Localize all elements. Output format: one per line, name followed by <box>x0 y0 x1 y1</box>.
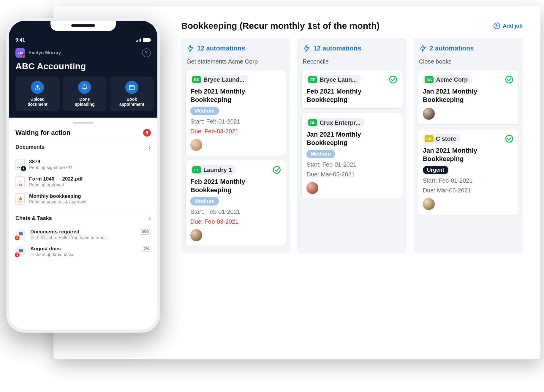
plus-circle-icon <box>493 22 500 29</box>
action-tiles: UploaddocumentDoneuploadingBookappointme… <box>15 77 151 111</box>
check-circle-icon <box>273 166 281 174</box>
job-card[interactable]: L1 Laundry 1 Feb 2021 Monthly Bookkeepin… <box>185 160 286 246</box>
svg-rect-11 <box>124 27 125 29</box>
doc-title: 8879 <box>29 159 151 165</box>
client-abbr: EF <box>308 76 317 83</box>
priority-badge: Medium <box>190 197 219 206</box>
board-column: 12 automations Get statements Acme Corp … <box>181 38 290 253</box>
svg-marker-5 <box>304 45 309 52</box>
svg-rect-17 <box>136 41 137 42</box>
assignee-avatar[interactable] <box>306 182 318 194</box>
column-automations[interactable]: 12 automations <box>185 43 286 53</box>
sheet-grabber[interactable] <box>73 122 94 124</box>
user-avatar[interactable]: EM <box>15 48 25 58</box>
client-chip[interactable]: CS C store <box>423 134 461 143</box>
signal-icon <box>136 38 141 42</box>
due-date: Due: Feb-03-2021 <box>190 218 281 225</box>
action-tile[interactable]: Doneuploading <box>63 77 107 111</box>
action-tile[interactable]: Uploaddocument <box>15 77 60 111</box>
svg-point-4 <box>273 166 280 173</box>
svg-rect-10 <box>122 28 123 29</box>
job-card[interactable]: AC Acme Corp Jan 2021 Monthly Bookkeepin… <box>418 70 518 125</box>
bolt-icon <box>186 45 194 52</box>
document-item[interactable]: ≡PDFForm 1040 — 2022.pdfPending approval <box>15 173 151 190</box>
check-circle-icon <box>505 75 513 84</box>
card-title: Feb 2021 Monthly Bookkeeping <box>190 87 281 104</box>
add-job-button[interactable]: Add job <box>493 22 523 29</box>
svg-marker-7 <box>420 45 425 52</box>
help-icon[interactable]: ? <box>142 48 151 57</box>
tile-label: Bookappointment <box>111 97 152 107</box>
lock-icon <box>21 166 26 171</box>
client-chip[interactable]: AC Acme Corp <box>423 75 472 84</box>
user-row: EM Evelyn Murray ? <box>15 48 151 58</box>
job-card[interactable]: CS C store Jan 2021 Monthly BookkeepingU… <box>418 129 518 215</box>
svg-rect-20 <box>140 39 141 42</box>
svg-rect-12 <box>125 26 126 29</box>
doc-title: Form 1040 — 2022.pdf <box>29 176 151 182</box>
job-card[interactable]: BL Crux Enterpr... Jan 2021 Monthly Book… <box>301 113 402 199</box>
app-status-bar: 9:41 <box>15 37 151 43</box>
due-date: Due: Feb-03-2021 <box>190 128 281 135</box>
user-name: Evelyn Murray <box>29 50 61 56</box>
client-abbr: BL <box>308 119 317 126</box>
svg-point-9 <box>506 135 513 142</box>
client-chip[interactable]: BS Bryce Laund... <box>190 75 249 84</box>
client-chip[interactable]: L1 Laundry 1 <box>190 165 236 175</box>
svg-point-38 <box>31 255 31 255</box>
client-chip[interactable]: EF Bryce Laun... <box>306 75 361 84</box>
board-columns: 12 automations Get statements Acme Corp … <box>181 38 523 253</box>
chat-pre
view: John updated tasks <box>30 252 151 257</box>
client-chip[interactable]: BL Crux Enterpr... <box>306 118 365 127</box>
assignee-avatar[interactable] <box>190 229 202 241</box>
start-date: Start: Feb-01-2021 <box>190 208 281 215</box>
waiting-count-badge: 9 <box>143 129 151 137</box>
doc-subtitle: Pending signature 0/2 <box>29 165 151 170</box>
chats-title: Chats & Tasks <box>15 215 52 222</box>
phone-notch <box>50 20 116 31</box>
priority-badge: Medium <box>190 107 219 115</box>
doc-subtitle: Pending approval <box>29 182 151 187</box>
job-card[interactable]: BS Bryce Laund... Feb 2021 Monthly Bookk… <box>185 70 286 156</box>
document-item[interactable]: PPTMonthly bookkeepingPending payment & … <box>15 190 151 208</box>
svg-point-36 <box>31 253 31 253</box>
task-count: 0/20 <box>140 229 151 235</box>
assignee-avatar[interactable] <box>423 108 435 120</box>
client-name: Laundry 1 <box>203 167 232 173</box>
card-title: Jan 2021 Monthly Bookkeeping <box>423 146 513 163</box>
client-name: Acme Corp <box>436 76 468 83</box>
chat-item[interactable]: 1 August docs2/4 John updated tasks <box>9 243 157 260</box>
client-abbr: CS <box>425 135 434 142</box>
chats-section-row[interactable]: Chats & Tasks › <box>9 211 157 226</box>
bolt-icon <box>419 45 427 52</box>
svg-rect-24 <box>129 86 134 90</box>
tile-icon <box>31 81 44 94</box>
status-right-icons <box>122 24 146 31</box>
svg-point-6 <box>390 76 396 83</box>
svg-rect-30 <box>42 236 45 239</box>
chevron-right-icon: › <box>149 215 151 222</box>
column-automations[interactable]: 12 automations <box>301 43 402 53</box>
svg-rect-22 <box>144 39 149 41</box>
card-title: Jan 2021 Monthly Bookkeeping <box>306 130 397 147</box>
client-abbr: L1 <box>192 166 201 173</box>
action-tile[interactable]: Bookappointment <box>110 77 154 111</box>
chat-bubble-icon: 2 <box>15 229 26 240</box>
client-name: C store <box>436 135 456 142</box>
priority-badge: Urgent <box>423 166 448 174</box>
tile-label: Uploaddocument <box>17 97 58 107</box>
chat-item[interactable]: 2 Documents required0/20 John: Hello! Yo… <box>9 226 157 243</box>
documents-section-row[interactable]: Documents › <box>9 140 157 155</box>
column-automations[interactable]: 2 automations <box>418 43 518 53</box>
assignee-avatar[interactable] <box>423 198 435 210</box>
board-title: Bookkeeping (Recur monthly 1st of the mo… <box>181 21 379 31</box>
tile-label: Doneuploading <box>64 97 105 107</box>
assignee-avatar[interactable] <box>190 139 202 151</box>
job-card[interactable]: EF Bryce Laun... Feb 2021 Monthly Bookke… <box>301 70 402 109</box>
wifi-icon <box>130 26 136 30</box>
priority-badge: Medium <box>306 150 335 158</box>
document-item[interactable]: ≡DOC8879Pending signature 0/2 <box>15 156 151 173</box>
waiting-title: Waiting for action <box>15 129 70 137</box>
svg-marker-3 <box>188 45 193 52</box>
svg-rect-15 <box>138 26 144 29</box>
